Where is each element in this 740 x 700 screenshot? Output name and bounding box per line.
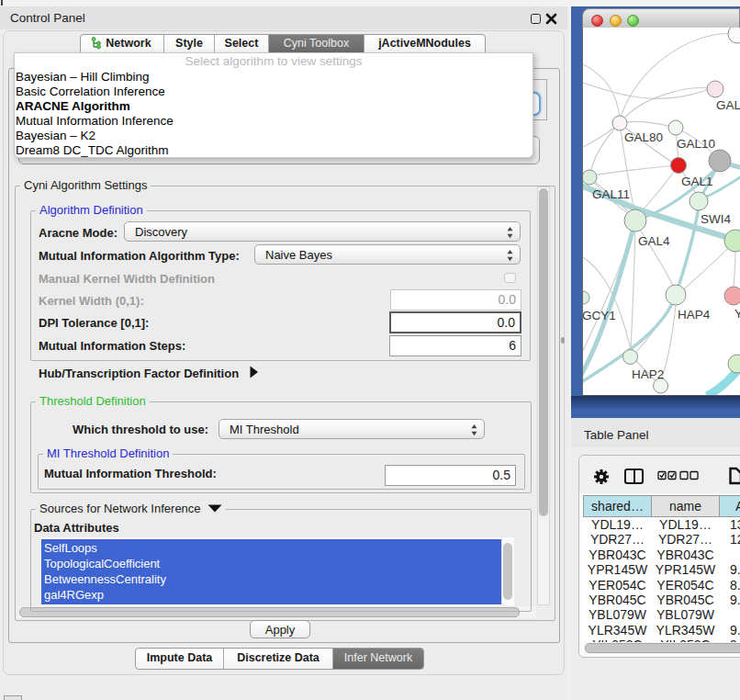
svg-text:GAL10: GAL10 bbox=[677, 137, 715, 151]
svg-text:GCY1: GCY1 bbox=[582, 309, 616, 322]
svg-text:GAL4: GAL4 bbox=[638, 234, 670, 248]
svg-text:GAL80: GAL80 bbox=[624, 130, 663, 144]
svg-text:HAP2: HAP2 bbox=[632, 367, 664, 381]
svg-text:GAL1: GAL1 bbox=[681, 175, 713, 188]
svg-text:SWI4: SWI4 bbox=[701, 212, 731, 226]
svg-text:HAP4: HAP4 bbox=[678, 308, 711, 322]
svg-text:GAL7: GAL7 bbox=[716, 98, 740, 112]
svg-text:Y: Y bbox=[734, 307, 740, 321]
svg-text:GAL11: GAL11 bbox=[592, 187, 630, 201]
